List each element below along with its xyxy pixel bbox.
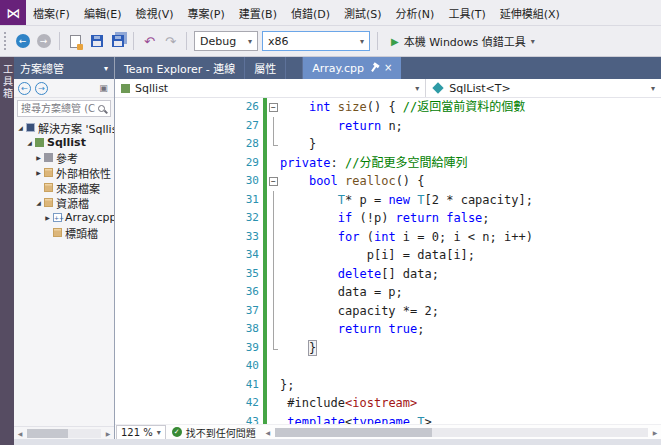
tree-item-label: 解決方案 'Sqllist': [38, 120, 114, 135]
code-lines[interactable]: 26− int size() { //返回當前資料的個數27 return n;…: [115, 98, 661, 424]
code-text[interactable]: }: [280, 339, 661, 358]
tree-item-project-sqllist[interactable]: ◢Sqllist: [14, 135, 114, 150]
scroll-right-icon[interactable]: ▶: [102, 430, 114, 437]
code-text[interactable]: }: [280, 135, 661, 154]
scroll-left-icon[interactable]: ◀: [14, 430, 26, 437]
tab-label: Team Explorer - 連線: [124, 60, 235, 76]
pin-icon[interactable]: [371, 65, 377, 72]
expander-icon[interactable]: ◢: [16, 124, 25, 131]
health-message: 找不到任何問題: [186, 425, 256, 440]
menu-item[interactable]: 偵錯(D): [284, 0, 337, 25]
code-text[interactable]: data = p;: [280, 283, 661, 302]
code-text[interactable]: if (!p) return false;: [280, 209, 661, 228]
tab-team-explorer[interactable]: Team Explorer - 連線: [115, 57, 245, 79]
code-text[interactable]: return true;: [280, 320, 661, 339]
editor-pane: Team Explorer - 連線屬性Array.cpp× Sqllist ▾…: [115, 57, 661, 439]
tree-item-source-files[interactable]: 來源檔案: [14, 180, 114, 195]
scrollbar-track[interactable]: [275, 428, 648, 437]
se-forward-icon[interactable]: →: [35, 82, 48, 95]
expander-icon[interactable]: ▶: [34, 154, 43, 161]
scrollbar-track[interactable]: [27, 429, 101, 438]
menu-item[interactable]: 編輯(E): [77, 0, 129, 25]
folder-icon: [44, 198, 53, 207]
scroll-right-icon[interactable]: ▶: [649, 429, 661, 436]
tree-item-references[interactable]: ▶參考: [14, 150, 114, 165]
se-back-icon[interactable]: ←: [18, 82, 31, 95]
expander-icon[interactable]: ◢: [34, 199, 43, 206]
tree-item-resource-files[interactable]: ◢資源檔: [14, 195, 114, 210]
se-preview-icon[interactable]: ▣: [97, 82, 110, 95]
tab-properties[interactable]: 屬性: [245, 57, 286, 79]
solution-configuration-combo[interactable]: Debug ▾: [194, 31, 258, 51]
menu-item[interactable]: 分析(N): [389, 0, 442, 25]
editor-left-margin: [115, 302, 237, 321]
code-text[interactable]: p[i] = data[i];: [280, 246, 661, 265]
toolbox-tab[interactable]: 工具箱: [0, 64, 15, 445]
menu-item[interactable]: 專案(P): [181, 0, 232, 25]
code-text[interactable]: int size() { //返回當前資料的個數: [280, 98, 661, 117]
navigate-forward-button[interactable]: →: [35, 33, 52, 50]
code-text[interactable]: return n;: [280, 117, 661, 136]
code-line-27: 27 return n;: [115, 117, 661, 136]
menu-item[interactable]: 建置(B): [232, 0, 284, 25]
expander-icon[interactable]: ▶: [34, 169, 43, 176]
chevron-down-icon: ▾: [531, 37, 535, 46]
expander-icon[interactable]: ▶: [43, 214, 52, 221]
save-button[interactable]: [88, 33, 105, 50]
code-text[interactable]: private: //分配更多空間給陣列: [280, 154, 661, 173]
tree-item-array-cpp[interactable]: ▶Array.cpp: [14, 210, 114, 225]
code-text[interactable]: T* p = new T[2 * capacity];: [280, 191, 661, 210]
vs-window: ⋈ 檔案(F)編輯(E)檢視(V)專案(P)建置(B)偵錯(D)測試(S)分析(…: [0, 0, 661, 445]
se-hscrollbar[interactable]: ◀ ▶: [14, 426, 114, 439]
scrollbar-thumb[interactable]: [27, 429, 68, 438]
navigate-back-button[interactable]: ←: [14, 33, 31, 50]
tree-item-solution[interactable]: ◢解決方案 'Sqllist': [14, 120, 114, 135]
menu-item[interactable]: 檔案(F): [26, 0, 77, 25]
menu-item[interactable]: 工具(T): [441, 0, 492, 25]
zoom-control[interactable]: 121 % ▾: [116, 425, 166, 440]
undo-button[interactable]: ↶: [141, 33, 158, 50]
type-scope-combo[interactable]: SqlList<T> ▾: [426, 79, 661, 97]
visual-studio-logo-icon: ⋈: [0, 0, 26, 25]
editor-left-margin: [115, 117, 237, 136]
scrollbar-thumb[interactable]: [275, 428, 432, 437]
line-number: 30: [237, 172, 261, 191]
new-file-button[interactable]: [67, 33, 84, 50]
expander-icon[interactable]: ◢: [25, 139, 34, 146]
chevron-down-icon[interactable]: ▾: [104, 64, 108, 73]
scroll-left-icon[interactable]: ◀: [262, 429, 274, 436]
editor-left-margin: [115, 357, 237, 376]
chevron-down-icon: ▾: [248, 37, 252, 46]
fold-collapse-icon[interactable]: −: [267, 172, 280, 191]
redo-button[interactable]: ↷: [162, 33, 179, 50]
tab-array-cpp[interactable]: Array.cpp×: [302, 57, 401, 79]
tree-item-external-dependencies[interactable]: ▶外部相依性: [14, 165, 114, 180]
solution-platform-combo[interactable]: x86 ▾: [262, 31, 370, 51]
menu-item[interactable]: 延伸模組(X): [493, 0, 567, 25]
menu-item[interactable]: 檢視(V): [128, 0, 180, 25]
editor-hscrollbar[interactable]: ◀ ▶: [262, 426, 661, 439]
menu-item[interactable]: 測試(S): [337, 0, 389, 25]
code-text[interactable]: #include<iostream>: [280, 394, 661, 413]
close-icon[interactable]: ×: [384, 63, 392, 73]
editor-left-margin: [115, 283, 237, 302]
fold-collapse-icon[interactable]: −: [267, 98, 280, 117]
code-text[interactable]: };: [280, 376, 661, 395]
search-input[interactable]: [18, 103, 98, 114]
code-text[interactable]: template<typename T>: [280, 413, 661, 425]
fold-margin: [267, 394, 280, 413]
health-indicator[interactable]: ✓ 找不到任何問題: [166, 425, 262, 440]
code-text[interactable]: delete[] data;: [280, 265, 661, 284]
start-debugging-button[interactable]: ▶ 本機 Windows 偵錯工具 ▾: [385, 30, 541, 52]
code-text[interactable]: bool realloc() {: [280, 172, 661, 191]
solution-explorer-header[interactable]: 方案總管 ▾: [14, 57, 114, 79]
tab-well: Team Explorer - 連線屬性Array.cpp×: [115, 57, 661, 79]
code-text[interactable]: [280, 357, 661, 376]
code-text[interactable]: for (int i = 0; i < n; i++): [280, 228, 661, 247]
solution-icon: [26, 123, 35, 132]
code-text[interactable]: capacity *= 2;: [280, 302, 661, 321]
project-scope-combo[interactable]: Sqllist ▾: [115, 79, 426, 97]
toolbar-separator: [59, 32, 60, 50]
save-all-button[interactable]: [109, 33, 126, 50]
tree-item-header-files[interactable]: 標頭檔: [14, 225, 114, 240]
